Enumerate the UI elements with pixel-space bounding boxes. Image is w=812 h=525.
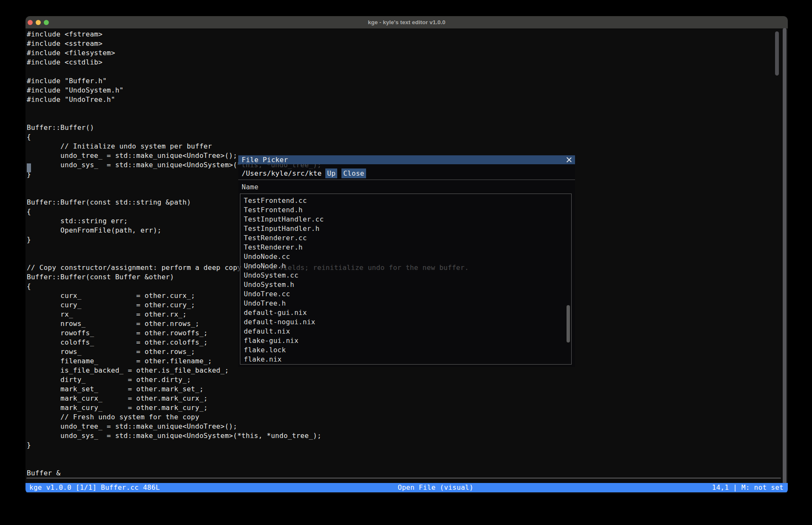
file-picker-titlebar[interactable]: File Picker [238,155,575,164]
file-item[interactable]: UndoNode.h [240,261,571,271]
file-item[interactable]: UndoTree.cc [240,289,571,299]
editor-scroll-thumb[interactable] [775,31,779,76]
close-window-button[interactable] [28,20,33,25]
zoom-window-button[interactable] [44,20,49,25]
status-left: kge v1.0.0 [1/1] Buffer.cc 486L [29,483,160,492]
status-bar: kge v1.0.0 [1/1] Buffer.cc 486L Open Fil… [25,483,788,492]
file-item[interactable]: UndoSystem.h [240,280,571,289]
window-titlebar[interactable]: kge - kyle's text editor v1.0.0 [25,16,788,28]
file-item[interactable]: default.nix [240,327,571,336]
file-item[interactable]: UndoNode.cc [240,252,571,261]
editor-window: kge - kyle's text editor v1.0.0 #include… [25,16,788,494]
file-item[interactable]: flake.lock [240,345,571,355]
path-row: /Users/kyle/src/kte Up Close [238,168,575,178]
horizontal-scrollbar[interactable] [26,477,781,479]
file-item[interactable]: default-nogui.nix [240,317,571,327]
column-header-name: Name [238,180,575,194]
file-item[interactable]: UndoSystem.cc [240,271,571,280]
window-title: kge - kyle's text editor v1.0.0 [25,19,788,25]
status-cursor-position: 14,1 | M: not set [712,483,784,492]
file-item[interactable]: default-gui.nix [240,308,571,317]
file-item[interactable]: TestInputHandler.h [240,224,571,233]
file-list-scroll-thumb[interactable] [567,305,570,343]
file-item[interactable]: UndoTree.h [240,299,571,308]
file-list: TestFrontend.ccTestFrontend.hTestInputHa… [240,194,572,365]
file-picker-title: File Picker [242,156,288,164]
desktop-background: kge - kyle's text editor v1.0.0 #include… [0,0,812,525]
file-item[interactable]: flake.nix [240,355,571,364]
file-item[interactable]: TestRenderer.h [240,243,571,252]
close-icon[interactable] [566,157,572,163]
vertical-scrollbar-track[interactable] [783,28,787,491]
dialog-close-button[interactable]: Close [341,168,366,178]
traffic-lights [28,16,49,28]
file-picker-dialog: File Picker /Users/kyle/src/kte Up Close… [238,155,575,367]
file-item[interactable]: TestFrontend.cc [240,196,571,205]
status-mode: Open File (visual) [398,483,473,492]
file-item[interactable]: TestRenderer.cc [240,233,571,243]
current-path: /Users/kyle/src/kte [242,169,321,177]
minimize-window-button[interactable] [36,20,41,25]
text-cursor [27,163,31,172]
up-button[interactable]: Up [325,168,337,178]
file-item[interactable]: TestFrontend.h [240,205,571,215]
file-item[interactable]: TestInputHandler.cc [240,215,571,224]
file-item[interactable]: flake-gui.nix [240,336,571,345]
